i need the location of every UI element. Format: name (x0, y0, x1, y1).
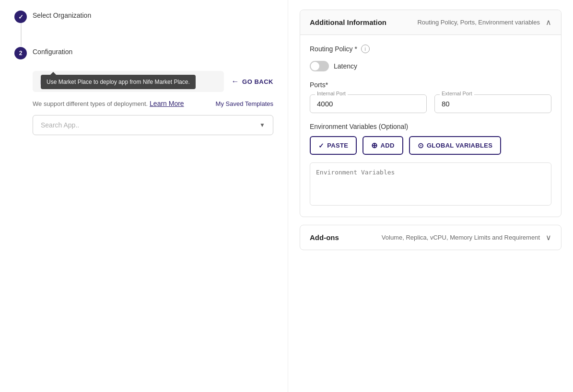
right-panel: Additional Information Routing Policy, P… (288, 0, 573, 392)
ports-row: Internal Port 4000 External Port 80 (310, 94, 551, 113)
addons-header-right: Volume, Replica, vCPU, Memory Limits and… (382, 233, 551, 242)
saved-templates-link[interactable]: My Saved Templates (216, 100, 273, 107)
subtitle-main: We support different types of deployment… (33, 100, 148, 107)
deploy-btn-container: DEPLOY MP (33, 346, 273, 392)
step-configuration: 2 Configuration Use Market Place to depl… (14, 46, 273, 59)
external-port-field[interactable]: External Port 80 (434, 94, 551, 113)
step-circle-2: 2 (14, 47, 27, 59)
card-header-right: Routing Policy, Ports, Environment varia… (417, 18, 551, 27)
global-icon: ⊙ (418, 141, 424, 150)
internal-port-field[interactable]: Internal Port 4000 (310, 94, 427, 113)
addons-title: Add-ons (310, 233, 339, 242)
paste-check-icon: ✓ (318, 142, 324, 150)
step-label-2: Configuration (33, 46, 72, 56)
subtitle-text: We support different types of deployment… (33, 100, 184, 107)
dropdown-arrow-icon: ▼ (259, 122, 265, 128)
add-label: ADD (381, 142, 395, 149)
step-select-org: ✓ Select Organization (14, 10, 273, 23)
latency-toggle[interactable] (310, 61, 329, 71)
chevron-down-icon[interactable]: ∨ (546, 233, 551, 242)
tooltip-text: Use Market Place to deploy app from Nife… (47, 79, 190, 85)
go-back-label: GO BACK (242, 78, 273, 85)
add-button[interactable]: ⊕ ADD (363, 136, 403, 155)
search-placeholder: Search App.. (41, 121, 79, 129)
global-variables-button[interactable]: ⊙ GLOBAL VARIABLES (409, 136, 502, 155)
external-port-label: External Port (440, 91, 474, 96)
internal-port-value: 4000 (317, 100, 420, 108)
chevron-up-icon[interactable]: ∧ (546, 18, 551, 27)
step-label-1: Select Organization (33, 10, 91, 19)
ports-label: Ports* (310, 81, 551, 89)
routing-policy-row: Routing Policy * i (310, 45, 551, 53)
card-header: Additional Information Routing Policy, P… (300, 10, 561, 35)
additional-info-card: Additional Information Routing Policy, P… (300, 10, 561, 217)
arrow-left-icon: ← (232, 77, 240, 86)
paste-button[interactable]: ✓ PASTE (310, 136, 357, 155)
addons-card: Add-ons Volume, Replica, vCPU, Memory Li… (300, 225, 561, 250)
go-back-button[interactable]: ← GO BACK (232, 77, 273, 86)
paste-label: PASTE (327, 142, 348, 149)
learn-more-link[interactable]: Learn More (150, 100, 184, 107)
marketplace-tooltip: Use Market Place to deploy app from Nife… (41, 75, 196, 89)
additional-info-title: Additional Information (310, 18, 386, 26)
routing-info-icon[interactable]: i (361, 45, 370, 53)
addons-subtitle: Volume, Replica, vCPU, Memory Limits and… (382, 234, 540, 241)
latency-label: Latency (334, 62, 357, 70)
routing-policy-label: Routing Policy * (310, 45, 357, 53)
env-variables-textarea[interactable] (310, 162, 551, 206)
add-plus-icon: ⊕ (371, 141, 377, 150)
step-circle-1: ✓ (14, 11, 27, 23)
check-icon: ✓ (18, 13, 23, 21)
step-number-2: 2 (19, 50, 23, 57)
env-variables-label: Environment Variables (Optional) (310, 123, 551, 130)
card-body: Routing Policy * i Latency Ports* Intern… (300, 35, 561, 217)
internal-port-label: Internal Port (315, 91, 348, 96)
step-line-1 (21, 23, 22, 46)
latency-toggle-row: Latency (310, 61, 551, 71)
addons-header: Add-ons Volume, Replica, vCPU, Memory Li… (300, 225, 561, 250)
search-app-dropdown[interactable]: Search App.. ▼ (33, 115, 273, 135)
additional-info-subtitle: Routing Policy, Ports, Environment varia… (417, 19, 540, 26)
subtitle-row: We support different types of deployment… (33, 100, 273, 107)
env-buttons-row: ✓ PASTE ⊕ ADD ⊙ GLOBAL VARIABLES (310, 136, 551, 155)
external-port-value: 80 (442, 100, 544, 108)
global-label: GLOBAL VARIABLES (427, 142, 492, 149)
